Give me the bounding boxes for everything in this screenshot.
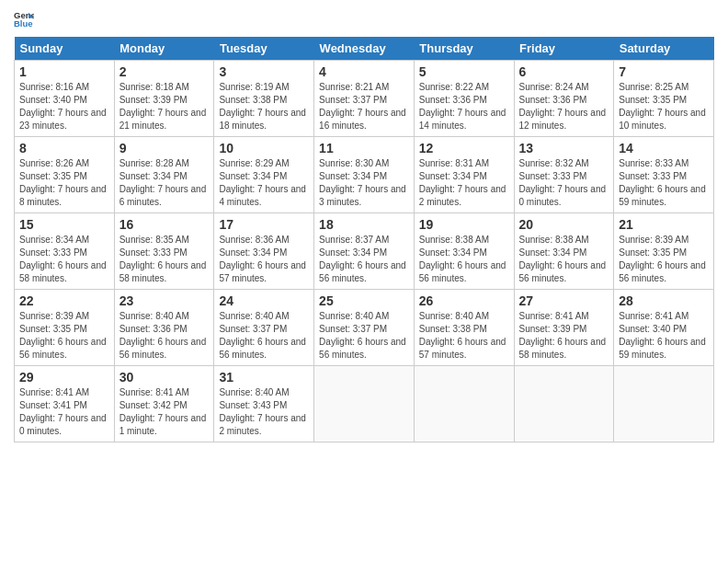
week-row-1: 1Sunrise: 8:16 AMSunset: 3:40 PMDaylight… xyxy=(15,61,714,137)
day-number: 14 xyxy=(619,141,709,155)
day-number: 13 xyxy=(519,141,609,155)
day-number: 11 xyxy=(319,141,409,155)
day-info: Sunrise: 8:40 AMSunset: 3:37 PMDaylight:… xyxy=(319,311,406,360)
day-number: 26 xyxy=(419,293,509,308)
day-info: Sunrise: 8:40 AMSunset: 3:36 PMDaylight:… xyxy=(119,311,207,360)
svg-text:Blue: Blue xyxy=(14,18,33,29)
col-header-thursday: Thursday xyxy=(414,37,514,61)
day-info: Sunrise: 8:26 AMSunset: 3:35 PMDaylight:… xyxy=(19,158,107,207)
header: General Blue xyxy=(14,9,714,29)
calendar-cell: 27Sunrise: 8:41 AMSunset: 3:39 PMDayligh… xyxy=(514,290,614,366)
day-info: Sunrise: 8:41 AMSunset: 3:39 PMDaylight:… xyxy=(519,311,607,360)
calendar-cell xyxy=(514,366,614,442)
day-number: 7 xyxy=(619,64,709,79)
day-number: 5 xyxy=(419,64,509,79)
calendar-cell: 18Sunrise: 8:37 AMSunset: 3:34 PMDayligh… xyxy=(314,213,415,290)
calendar-cell: 9Sunrise: 8:28 AMSunset: 3:34 PMDaylight… xyxy=(114,137,214,213)
calendar-cell: 11Sunrise: 8:30 AMSunset: 3:34 PMDayligh… xyxy=(314,137,415,213)
day-number: 2 xyxy=(119,64,210,79)
calendar-cell: 30Sunrise: 8:41 AMSunset: 3:42 PMDayligh… xyxy=(114,366,214,442)
day-info: Sunrise: 8:41 AMSunset: 3:40 PMDaylight:… xyxy=(619,311,706,360)
day-number: 10 xyxy=(219,141,309,155)
day-info: Sunrise: 8:38 AMSunset: 3:34 PMDaylight:… xyxy=(519,235,607,283)
col-header-wednesday: Wednesday xyxy=(314,37,415,61)
calendar-cell: 17Sunrise: 8:36 AMSunset: 3:34 PMDayligh… xyxy=(214,213,314,290)
day-info: Sunrise: 8:22 AMSunset: 3:36 PMDaylight:… xyxy=(419,82,506,131)
calendar-cell: 13Sunrise: 8:32 AMSunset: 3:33 PMDayligh… xyxy=(514,137,614,213)
calendar-header-row: SundayMondayTuesdayWednesdayThursdayFrid… xyxy=(15,37,714,61)
calendar-cell: 20Sunrise: 8:38 AMSunset: 3:34 PMDayligh… xyxy=(514,213,614,290)
day-info: Sunrise: 8:28 AMSunset: 3:34 PMDaylight:… xyxy=(119,158,207,207)
calendar-cell xyxy=(314,366,415,442)
calendar-cell: 7Sunrise: 8:25 AMSunset: 3:35 PMDaylight… xyxy=(614,61,714,137)
day-number: 25 xyxy=(319,293,409,308)
day-info: Sunrise: 8:21 AMSunset: 3:37 PMDaylight:… xyxy=(319,82,406,131)
day-number: 20 xyxy=(519,217,609,232)
calendar-table: SundayMondayTuesdayWednesdayThursdayFrid… xyxy=(14,37,714,442)
day-number: 3 xyxy=(219,64,309,79)
day-info: Sunrise: 8:32 AMSunset: 3:33 PMDaylight:… xyxy=(519,158,607,207)
day-info: Sunrise: 8:39 AMSunset: 3:35 PMDaylight:… xyxy=(619,235,706,283)
day-info: Sunrise: 8:18 AMSunset: 3:39 PMDaylight:… xyxy=(119,82,207,131)
day-number: 28 xyxy=(619,293,709,308)
day-number: 1 xyxy=(19,64,109,79)
day-number: 6 xyxy=(519,64,609,79)
day-number: 27 xyxy=(519,293,609,308)
page-container: General Blue SundayMondayTuesdayWednesda… xyxy=(0,0,728,452)
col-header-sunday: Sunday xyxy=(15,37,115,61)
day-number: 18 xyxy=(319,217,409,232)
logo: General Blue xyxy=(14,9,34,29)
calendar-cell: 4Sunrise: 8:21 AMSunset: 3:37 PMDaylight… xyxy=(314,61,415,137)
calendar-cell: 2Sunrise: 8:18 AMSunset: 3:39 PMDaylight… xyxy=(114,61,214,137)
day-number: 29 xyxy=(19,370,109,385)
col-header-saturday: Saturday xyxy=(614,37,714,61)
calendar-cell: 25Sunrise: 8:40 AMSunset: 3:37 PMDayligh… xyxy=(314,290,415,366)
calendar-cell: 6Sunrise: 8:24 AMSunset: 3:36 PMDaylight… xyxy=(514,61,614,137)
calendar-cell: 16Sunrise: 8:35 AMSunset: 3:33 PMDayligh… xyxy=(114,213,214,290)
calendar-cell: 28Sunrise: 8:41 AMSunset: 3:40 PMDayligh… xyxy=(614,290,714,366)
week-row-5: 29Sunrise: 8:41 AMSunset: 3:41 PMDayligh… xyxy=(15,366,714,442)
calendar-cell: 24Sunrise: 8:40 AMSunset: 3:37 PMDayligh… xyxy=(214,290,314,366)
day-info: Sunrise: 8:36 AMSunset: 3:34 PMDaylight:… xyxy=(219,235,306,283)
calendar-cell: 12Sunrise: 8:31 AMSunset: 3:34 PMDayligh… xyxy=(414,137,514,213)
calendar-cell: 8Sunrise: 8:26 AMSunset: 3:35 PMDaylight… xyxy=(15,137,115,213)
calendar-cell: 1Sunrise: 8:16 AMSunset: 3:40 PMDaylight… xyxy=(15,61,115,137)
col-header-tuesday: Tuesday xyxy=(214,37,314,61)
day-info: Sunrise: 8:40 AMSunset: 3:37 PMDaylight:… xyxy=(219,311,306,360)
day-info: Sunrise: 8:40 AMSunset: 3:43 PMDaylight:… xyxy=(219,387,306,436)
day-number: 31 xyxy=(219,370,309,385)
calendar-cell: 21Sunrise: 8:39 AMSunset: 3:35 PMDayligh… xyxy=(614,213,714,290)
day-number: 19 xyxy=(419,217,509,232)
calendar-cell: 5Sunrise: 8:22 AMSunset: 3:36 PMDaylight… xyxy=(414,61,514,137)
calendar-cell: 31Sunrise: 8:40 AMSunset: 3:43 PMDayligh… xyxy=(214,366,314,442)
day-number: 24 xyxy=(219,293,309,308)
calendar-cell: 29Sunrise: 8:41 AMSunset: 3:41 PMDayligh… xyxy=(15,366,115,442)
day-info: Sunrise: 8:29 AMSunset: 3:34 PMDaylight:… xyxy=(219,158,306,207)
day-info: Sunrise: 8:34 AMSunset: 3:33 PMDaylight:… xyxy=(19,235,107,283)
day-info: Sunrise: 8:41 AMSunset: 3:41 PMDaylight:… xyxy=(19,387,107,436)
day-number: 4 xyxy=(319,64,409,79)
day-info: Sunrise: 8:37 AMSunset: 3:34 PMDaylight:… xyxy=(319,235,406,283)
calendar-cell: 22Sunrise: 8:39 AMSunset: 3:35 PMDayligh… xyxy=(15,290,115,366)
calendar-cell: 26Sunrise: 8:40 AMSunset: 3:38 PMDayligh… xyxy=(414,290,514,366)
calendar-cell: 14Sunrise: 8:33 AMSunset: 3:33 PMDayligh… xyxy=(614,137,714,213)
day-info: Sunrise: 8:40 AMSunset: 3:38 PMDaylight:… xyxy=(419,311,506,360)
day-number: 8 xyxy=(19,141,109,155)
day-number: 30 xyxy=(119,370,210,385)
week-row-3: 15Sunrise: 8:34 AMSunset: 3:33 PMDayligh… xyxy=(15,213,714,290)
day-number: 16 xyxy=(119,217,210,232)
calendar-cell xyxy=(614,366,714,442)
week-row-4: 22Sunrise: 8:39 AMSunset: 3:35 PMDayligh… xyxy=(15,290,714,366)
day-info: Sunrise: 8:39 AMSunset: 3:35 PMDaylight:… xyxy=(19,311,107,360)
logo-icon: General Blue xyxy=(14,9,34,29)
day-info: Sunrise: 8:35 AMSunset: 3:33 PMDaylight:… xyxy=(119,235,207,283)
day-number: 17 xyxy=(219,217,309,232)
day-number: 23 xyxy=(119,293,210,308)
day-number: 12 xyxy=(419,141,509,155)
calendar-cell: 23Sunrise: 8:40 AMSunset: 3:36 PMDayligh… xyxy=(114,290,214,366)
day-info: Sunrise: 8:33 AMSunset: 3:33 PMDaylight:… xyxy=(619,158,706,207)
day-info: Sunrise: 8:31 AMSunset: 3:34 PMDaylight:… xyxy=(419,158,506,207)
calendar-cell: 3Sunrise: 8:19 AMSunset: 3:38 PMDaylight… xyxy=(214,61,314,137)
day-info: Sunrise: 8:19 AMSunset: 3:38 PMDaylight:… xyxy=(219,82,306,131)
col-header-friday: Friday xyxy=(514,37,614,61)
